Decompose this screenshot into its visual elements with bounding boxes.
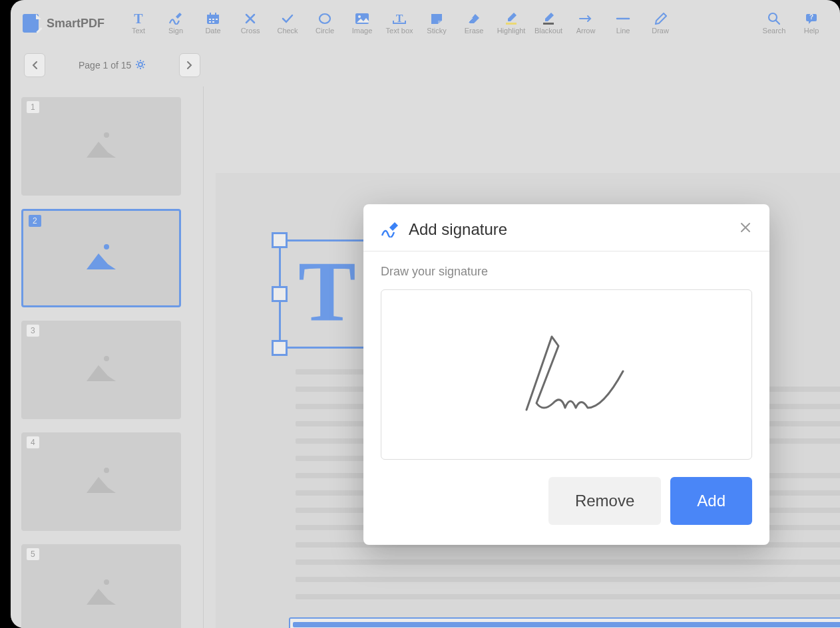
draw-signature-label: Draw your signature xyxy=(381,265,752,279)
cross-icon xyxy=(242,12,258,25)
sign-icon xyxy=(168,12,184,25)
svg-point-28 xyxy=(104,579,109,585)
thumbnail-4[interactable]: 4 xyxy=(21,432,181,531)
thumbnail-number: 2 xyxy=(29,215,41,227)
draw-icon xyxy=(652,12,668,25)
prev-page-button[interactable] xyxy=(24,53,45,77)
tool-arrow[interactable]: Arrow xyxy=(569,7,602,40)
text-icon: T xyxy=(130,12,146,25)
add-button[interactable]: Add xyxy=(670,477,752,525)
thumbnail-number: 1 xyxy=(27,101,39,113)
tool-date[interactable]: Date xyxy=(196,7,230,40)
thumbnail-number: 4 xyxy=(27,436,39,448)
next-page-button[interactable] xyxy=(179,53,200,77)
signature-icon xyxy=(381,222,399,237)
date-icon xyxy=(205,12,221,25)
svg-rect-3 xyxy=(209,19,211,20)
svg-point-20 xyxy=(769,13,777,21)
arrow-icon xyxy=(578,12,594,25)
image-icon xyxy=(354,12,370,25)
svg-rect-9 xyxy=(215,13,216,15)
svg-point-10 xyxy=(319,14,330,23)
tool-highlight[interactable]: Highlight xyxy=(495,7,528,40)
thumbnail-3[interactable]: 3 xyxy=(21,321,181,419)
sticky-icon xyxy=(429,12,445,25)
field-bar[interactable] xyxy=(289,617,840,628)
tool-text[interactable]: T Text xyxy=(122,7,155,40)
svg-rect-2 xyxy=(207,15,219,17)
app-logo[interactable]: SmartPDF xyxy=(23,14,105,33)
thumbnail-number: 3 xyxy=(27,325,39,337)
svg-text:T: T xyxy=(134,13,143,25)
tool-sign[interactable]: Sign xyxy=(159,7,192,40)
image-placeholder-icon xyxy=(81,241,121,275)
svg-text:T: T xyxy=(396,13,403,24)
tool-blackout[interactable]: Blackout xyxy=(532,7,565,40)
svg-line-21 xyxy=(776,21,779,24)
tool-help[interactable]: ? Help xyxy=(795,7,828,40)
erase-icon xyxy=(466,12,482,25)
app-name: SmartPDF xyxy=(47,17,105,31)
svg-point-23 xyxy=(138,63,142,67)
textbox-icon: T xyxy=(391,12,407,25)
tool-search[interactable]: Search xyxy=(757,7,791,40)
thumbnail-number: 5 xyxy=(27,548,39,560)
svg-rect-16 xyxy=(405,21,406,24)
help-icon: ? xyxy=(803,12,819,25)
svg-rect-18 xyxy=(543,23,554,25)
svg-rect-14 xyxy=(393,23,406,24)
resize-handle-tl[interactable] xyxy=(272,232,288,248)
remove-button[interactable]: Remove xyxy=(548,477,661,525)
page-nav: Page 1 of 15 xyxy=(11,44,840,86)
modal-title: Add signature xyxy=(409,220,739,239)
resize-handle-ml[interactable] xyxy=(272,286,288,302)
svg-point-25 xyxy=(104,244,109,249)
svg-rect-6 xyxy=(209,21,211,23)
svg-rect-8 xyxy=(210,13,211,15)
circle-icon xyxy=(317,12,333,25)
svg-rect-5 xyxy=(216,19,218,20)
thumbnail-sidebar: 12345 xyxy=(11,86,204,628)
tool-image[interactable]: Image xyxy=(345,7,379,40)
svg-text:?: ? xyxy=(809,13,813,21)
tool-line[interactable]: Line xyxy=(606,7,640,40)
svg-point-24 xyxy=(104,132,109,138)
svg-rect-4 xyxy=(212,19,214,20)
image-placeholder-icon xyxy=(81,130,121,163)
signature-canvas[interactable] xyxy=(381,289,752,460)
tool-sticky[interactable]: Sticky xyxy=(420,7,453,40)
line-icon xyxy=(615,12,631,25)
thumbnail-1[interactable]: 1 xyxy=(21,97,181,196)
check-icon xyxy=(280,12,296,25)
toolbar: SmartPDF T Text Sign Date Cross Check Ci… xyxy=(11,0,840,44)
thumbnail-5[interactable]: 5 xyxy=(21,544,181,628)
svg-rect-7 xyxy=(212,21,214,23)
tool-circle[interactable]: Circle xyxy=(308,7,341,40)
svg-rect-17 xyxy=(506,23,517,25)
page-indicator: Page 1 of 15 xyxy=(79,59,146,72)
tool-check[interactable]: Check xyxy=(271,7,304,40)
image-placeholder-icon xyxy=(81,353,121,387)
svg-rect-15 xyxy=(393,21,394,24)
tool-cross[interactable]: Cross xyxy=(234,7,267,40)
tool-textbox[interactable]: T Text box xyxy=(383,7,416,40)
thumbnail-2[interactable]: 2 xyxy=(21,209,181,307)
tool-draw[interactable]: Draw xyxy=(644,7,677,40)
image-placeholder-icon xyxy=(81,577,121,610)
highlight-icon xyxy=(503,12,519,25)
add-signature-modal: Add signature Draw your signature Remove… xyxy=(363,204,769,545)
search-icon xyxy=(766,12,782,25)
tool-erase[interactable]: Erase xyxy=(457,7,491,40)
gear-icon[interactable] xyxy=(135,59,146,72)
image-placeholder-icon xyxy=(81,465,121,498)
blackout-icon xyxy=(540,12,556,25)
close-button[interactable] xyxy=(739,221,752,238)
logo-icon xyxy=(23,14,41,33)
svg-point-27 xyxy=(104,468,109,473)
svg-point-12 xyxy=(358,15,361,18)
svg-point-26 xyxy=(104,356,109,361)
resize-handle-bl[interactable] xyxy=(272,340,288,356)
signature-drawing xyxy=(487,325,646,424)
